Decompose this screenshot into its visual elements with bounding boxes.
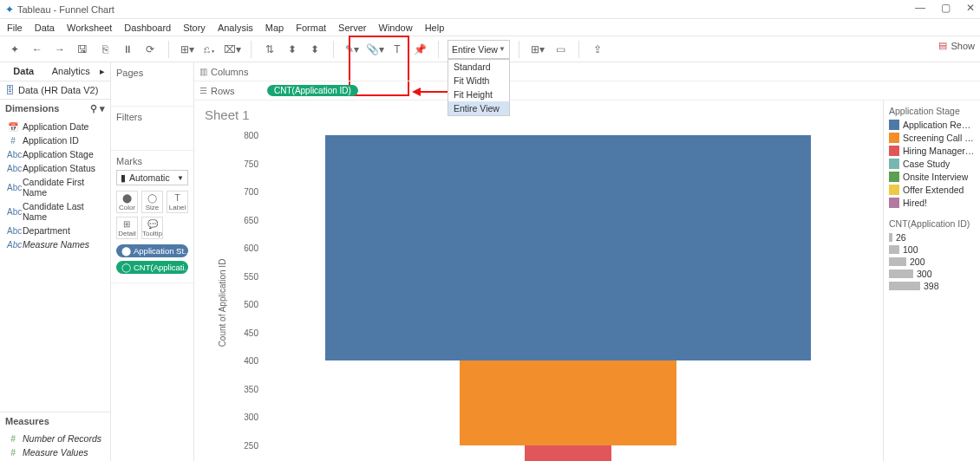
field-application-status[interactable]: AbcApplication Status	[0, 161, 110, 175]
analytics-tab[interactable]: Analytics	[48, 62, 95, 81]
field-measure-values[interactable]: #Measure Values	[0, 445, 110, 459]
field-candidate-last-name[interactable]: AbcCandidate Last Name	[0, 199, 110, 224]
save-button[interactable]: 🖫	[73, 40, 92, 59]
separator	[168, 41, 169, 58]
fit-dropdown-menu: StandardFit WidthFit HeightEntire View	[448, 59, 510, 116]
mark-label-button[interactable]: TLabel	[167, 191, 188, 213]
pause-auto-updates-button[interactable]: ⏸	[118, 40, 137, 59]
show-labels-button[interactable]: T	[388, 40, 407, 59]
refresh-button[interactable]: ⟳	[140, 40, 160, 59]
columns-shelf[interactable]: ▥Columns	[194, 62, 980, 81]
field-number-of-records[interactable]: #Number of Records	[0, 432, 110, 445]
size-bar-icon	[889, 257, 906, 266]
fit-option-entire-view[interactable]: Entire View	[448, 101, 509, 115]
clear-sheet-button[interactable]: ⌧▾	[223, 40, 242, 59]
size-icon: ◯	[147, 193, 157, 203]
menu-help[interactable]: Help	[425, 23, 445, 33]
window-controls: — ▢ ✕	[915, 2, 975, 14]
size-legend-row: 200	[889, 256, 975, 267]
legend-item[interactable]: Screening Call Scheduled	[889, 133, 975, 143]
pages-card[interactable]: Pages	[111, 62, 193, 107]
menu-format[interactable]: Format	[296, 23, 326, 33]
search-icon[interactable]: ⚲ ▾	[90, 103, 105, 114]
menu-analysis[interactable]: Analysis	[218, 23, 253, 33]
highlight-button[interactable]: ✎▾	[343, 40, 362, 59]
menu-data[interactable]: Data	[35, 23, 55, 33]
chart-bar[interactable]	[525, 445, 611, 462]
rows-pill[interactable]: CNT(Application ID)	[267, 85, 358, 96]
legend-item[interactable]: Onsite Interview	[889, 172, 975, 182]
chart-bar[interactable]	[460, 360, 676, 445]
mark-pill[interactable]: ◯CNT(Applicati..	[116, 261, 188, 274]
filters-card[interactable]: Filters	[111, 107, 193, 151]
menu-bar: FileDataWorksheetDashboardStoryAnalysisM…	[0, 19, 980, 36]
show-me-button[interactable]: ▤ Show	[938, 40, 975, 51]
legend-item[interactable]: Application Receieved	[889, 120, 975, 130]
rows-icon: ☰	[199, 86, 207, 95]
fit-option-fit-height[interactable]: Fit Height	[448, 88, 509, 101]
mark-size-button[interactable]: ◯Size	[141, 191, 163, 213]
swatch-icon	[889, 159, 899, 169]
color-legend-title: Application Stage	[889, 106, 975, 116]
minimize-button[interactable]: —	[915, 2, 925, 14]
mark-color-button[interactable]: ⬤Color	[116, 191, 138, 213]
size-legend-title: CNT(Application ID)	[889, 218, 975, 229]
dimensions-list: 📅Application Date#Application IDAbcAppli…	[0, 118, 110, 253]
group-button[interactable]: 📎▾	[365, 40, 384, 59]
field-measure-names[interactable]: AbcMeasure Names	[0, 237, 110, 251]
y-tick: 600	[244, 243, 258, 253]
label-icon: T	[174, 193, 180, 203]
sheet-title[interactable]: Sheet 1	[194, 101, 883, 129]
separator	[333, 41, 334, 58]
tableau-icon[interactable]: ✦	[5, 40, 24, 59]
#-icon: #	[7, 136, 19, 146]
field-department[interactable]: AbcDepartment	[0, 224, 110, 237]
fit-option-fit-width[interactable]: Fit Width	[448, 74, 509, 88]
data-tab[interactable]: Data	[0, 62, 48, 81]
menu-story[interactable]: Story	[183, 23, 206, 33]
size-legend-row: 398	[889, 281, 975, 291]
close-button[interactable]: ✕	[966, 2, 975, 14]
mark-detail-button[interactable]: ⊞Detail	[116, 217, 138, 239]
size-legend-row: 100	[889, 244, 975, 255]
maximize-button[interactable]: ▢	[941, 2, 951, 14]
legend-item[interactable]: Offer Extended	[889, 185, 975, 195]
field-candidate-first-name[interactable]: AbcCandidate First Name	[0, 175, 110, 199]
share-button[interactable]: ⇪	[588, 40, 607, 59]
undo-button[interactable]: ←	[28, 40, 47, 59]
menu-dashboard[interactable]: Dashboard	[124, 23, 171, 33]
menu-server[interactable]: Server	[338, 23, 366, 33]
menu-window[interactable]: Window	[379, 23, 413, 33]
fit-option-standard[interactable]: Standard	[448, 60, 509, 74]
menu-file[interactable]: File	[7, 23, 23, 33]
duplicate-button[interactable]: ⎌▾	[200, 40, 219, 59]
new-sheet-button[interactable]: ⊞▾	[178, 40, 197, 59]
menu-map[interactable]: Map	[265, 23, 284, 33]
pin-button[interactable]: 📌	[410, 40, 429, 59]
legend-item[interactable]: Case Study	[889, 159, 975, 169]
fit-dropdown[interactable]: Entire View ▼ StandardFit WidthFit Heigh…	[448, 40, 510, 59]
y-tick: 500	[244, 300, 258, 309]
swap-rows-cols-button[interactable]: ⇅	[260, 40, 279, 59]
new-datasource-button[interactable]: ⎘	[95, 40, 114, 59]
show-hide-cards-button[interactable]: ⊞▾	[528, 40, 547, 59]
sort-asc-button[interactable]: ⬍	[283, 40, 302, 59]
presentation-mode-button[interactable]: ▭	[551, 40, 570, 59]
rows-shelf[interactable]: ☰Rows CNT(Application ID)	[194, 81, 980, 101]
field-application-date[interactable]: 📅Application Date	[0, 120, 110, 133]
data-source[interactable]: 🗄 Data (HR Data V2)	[0, 81, 110, 100]
field-application-id[interactable]: #Application ID	[0, 133, 110, 147]
sort-desc-button[interactable]: ⬍	[305, 40, 324, 59]
legend-item[interactable]: Hiring Manager Call Sched	[889, 146, 975, 156]
collapse-icon[interactable]: ▸	[95, 62, 110, 81]
field-application-stage[interactable]: AbcApplication Stage	[0, 147, 110, 161]
legend-item[interactable]: Hired!	[889, 198, 975, 208]
y-tick: 650	[244, 215, 258, 224]
redo-button[interactable]: →	[50, 40, 69, 59]
chart-bar[interactable]	[325, 135, 811, 360]
mark-pill[interactable]: ⬤Application St..	[116, 244, 188, 257]
mark-tooltip-button[interactable]: 💬Tooltip	[141, 217, 163, 239]
toolbar: ✦ ← → 🖫 ⎘ ⏸ ⟳ ⊞▾ ⎌▾ ⌧▾ ⇅ ⬍ ⬍ ✎▾ 📎▾ T 📌 E…	[0, 36, 980, 62]
menu-worksheet[interactable]: Worksheet	[67, 23, 112, 33]
marks-type-dropdown[interactable]: ▮ Automatic ▼	[116, 170, 188, 185]
